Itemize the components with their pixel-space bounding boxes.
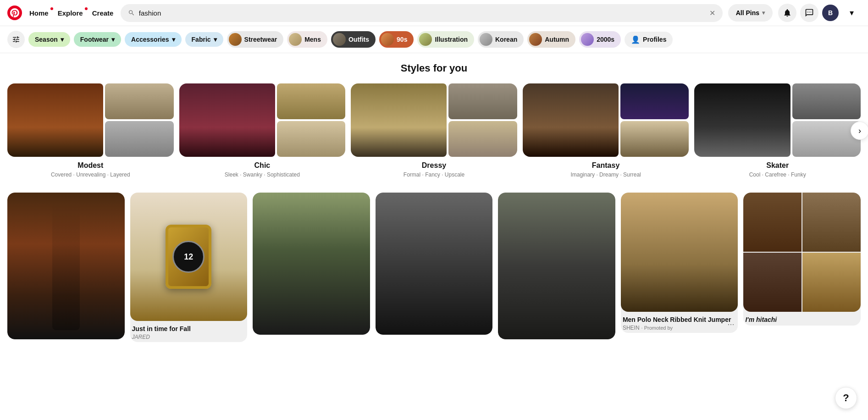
- pin-dark-outfit[interactable]: [376, 193, 493, 335]
- all-pins-button[interactable]: All Pins ▾: [728, 4, 773, 22]
- collage-img-1: [743, 193, 802, 252]
- filter-accessories[interactable]: Accessories ▾: [125, 32, 182, 47]
- pin-green-jacket[interactable]: [253, 193, 370, 335]
- pin-collage-images: [743, 193, 861, 312]
- style-card-chic[interactable]: Chic Sleek · Swanky · Sophisticated: [179, 83, 346, 178]
- 90s-label: 90s: [397, 36, 407, 43]
- pin-collage[interactable]: I'm hitachi: [743, 193, 861, 326]
- avatar-initial: B: [828, 9, 833, 17]
- skater-name: Skater: [694, 161, 861, 170]
- settings-icon: [12, 35, 20, 44]
- filter-outfits[interactable]: Outfits: [331, 31, 376, 48]
- pin-knit-title: Men Polo Neck Ribbed Knit Jumper: [623, 315, 736, 324]
- season-arrow-icon: ▾: [61, 36, 64, 43]
- filter-90s[interactable]: 90s: [379, 31, 414, 48]
- skater-img-3: [792, 121, 861, 157]
- svg-point-2: [811, 12, 812, 13]
- dressy-tags: Formal · Fancy · Upscale: [351, 171, 517, 178]
- fantasy-img-3: [620, 121, 689, 157]
- fantasy-img-1: [523, 83, 619, 157]
- dressy-img-2: [448, 83, 517, 119]
- notifications-button[interactable]: [778, 4, 796, 22]
- filter-2000s[interactable]: 2000s: [579, 31, 621, 48]
- search-icon: [128, 9, 135, 17]
- avatar-button[interactable]: B: [822, 5, 839, 21]
- filter-profiles[interactable]: 👤 Profiles: [625, 32, 673, 48]
- pinterest-logo[interactable]: [7, 6, 22, 20]
- profiles-label: Profiles: [643, 36, 666, 43]
- illustration-label: Illustration: [435, 36, 468, 43]
- promoted-badge: · Promoted by: [641, 325, 673, 331]
- pin-more-button[interactable]: ···: [727, 320, 734, 329]
- styles-next-button[interactable]: ›: [851, 122, 868, 140]
- streetwear-label: Streetwear: [244, 36, 277, 43]
- pin-black-coat[interactable]: [498, 193, 615, 339]
- filter-streetwear[interactable]: Streetwear: [227, 31, 284, 48]
- modest-img-2: [105, 83, 173, 119]
- mens-thumbnail: [289, 33, 302, 46]
- messages-button[interactable]: [800, 4, 818, 22]
- 2000s-thumbnail: [581, 33, 594, 46]
- create-label: Create: [92, 9, 114, 17]
- chevron-right-icon: ›: [858, 126, 861, 136]
- pin-brown-coat[interactable]: [7, 193, 125, 339]
- collage-img-3: [743, 253, 802, 312]
- style-card-modest[interactable]: Modest Covered · Unrevealing · Layered: [7, 83, 174, 178]
- pin-knit-subtitle: SHEIN · Promoted by: [623, 325, 736, 331]
- nav-home[interactable]: Home: [28, 6, 50, 21]
- accessories-arrow-icon: ▾: [172, 36, 175, 43]
- search-clear-button[interactable]: ✕: [709, 9, 715, 17]
- nav-explore[interactable]: Explore: [56, 6, 85, 21]
- chic-img-3: [277, 121, 345, 157]
- messages-icon: [805, 8, 814, 17]
- style-card-dressy[interactable]: Dressy Formal · Fancy · Upscale: [351, 83, 517, 178]
- pin-knit-jumper[interactable]: Men Polo Neck Ribbed Knit Jumper SHEIN ·…: [621, 193, 738, 333]
- pin-image: [7, 193, 125, 339]
- style-card-skater[interactable]: Skater Cool · Carefree · Funky: [694, 83, 861, 178]
- pin-collage-title: I'm hitachi: [745, 315, 859, 324]
- chic-tags: Sleek · Swanky · Sophisticated: [179, 171, 346, 178]
- modest-img-1: [7, 83, 103, 157]
- pin-watch[interactable]: 12 Just in time for Fall JARED: [130, 193, 248, 342]
- chevron-down-icon: ▾: [850, 8, 854, 18]
- skater-img-1: [694, 83, 790, 157]
- mens-label: Mens: [304, 36, 321, 43]
- search-input[interactable]: [139, 9, 706, 17]
- pins-grid: 12 Just in time for Fall JARED Men Polo …: [7, 193, 861, 342]
- filter-korean[interactable]: Korean: [478, 31, 524, 48]
- dropdown-chevron-button[interactable]: ▾: [842, 4, 861, 22]
- pin-watch-title: Just in time for Fall: [132, 325, 246, 333]
- filter-footwear[interactable]: Footwear ▾: [74, 32, 121, 47]
- pin-knit-image: [621, 193, 738, 312]
- filter-season[interactable]: Season ▾: [28, 32, 70, 47]
- pin-knit-info: Men Polo Neck Ribbed Knit Jumper SHEIN ·…: [621, 312, 738, 333]
- filter-illustration[interactable]: Illustration: [417, 31, 474, 48]
- streetwear-thumbnail: [229, 33, 242, 46]
- svg-point-1: [809, 12, 810, 13]
- autumn-label: Autumn: [545, 36, 569, 43]
- explore-label: Explore: [58, 9, 83, 17]
- filter-fabric[interactable]: Fabric ▾: [185, 32, 223, 47]
- filter-mens[interactable]: Mens: [287, 31, 327, 48]
- filter-bar: Season ▾ Footwear ▾ Accessories ▾ Fabric…: [0, 26, 868, 53]
- home-dot: [50, 7, 53, 10]
- dressy-img-1: [351, 83, 447, 157]
- modest-name: Modest: [7, 161, 174, 170]
- collage-img-2: [802, 193, 861, 252]
- skater-tags: Cool · Carefree · Funky: [694, 171, 861, 178]
- search-bar[interactable]: ✕: [121, 4, 722, 22]
- modest-img-3: [105, 121, 173, 157]
- outfits-thumbnail: [333, 33, 346, 46]
- styles-section: Modest Covered · Unrevealing · Layered C…: [7, 83, 861, 178]
- filter-settings-button[interactable]: [7, 31, 25, 48]
- pin-watch-brand: JARED: [132, 334, 246, 340]
- all-pins-label: All Pins: [736, 9, 759, 17]
- styles-row: Modest Covered · Unrevealing · Layered C…: [7, 83, 861, 178]
- explore-dot: [85, 7, 88, 10]
- style-card-fantasy[interactable]: Fantasy Imaginary · Dreamy · Surreal: [523, 83, 689, 178]
- pin-black-coat-image: [498, 193, 615, 339]
- nav-create[interactable]: Create: [90, 6, 116, 21]
- filter-autumn[interactable]: Autumn: [527, 31, 575, 48]
- skater-img-2: [792, 83, 861, 119]
- chic-img-2: [277, 83, 345, 119]
